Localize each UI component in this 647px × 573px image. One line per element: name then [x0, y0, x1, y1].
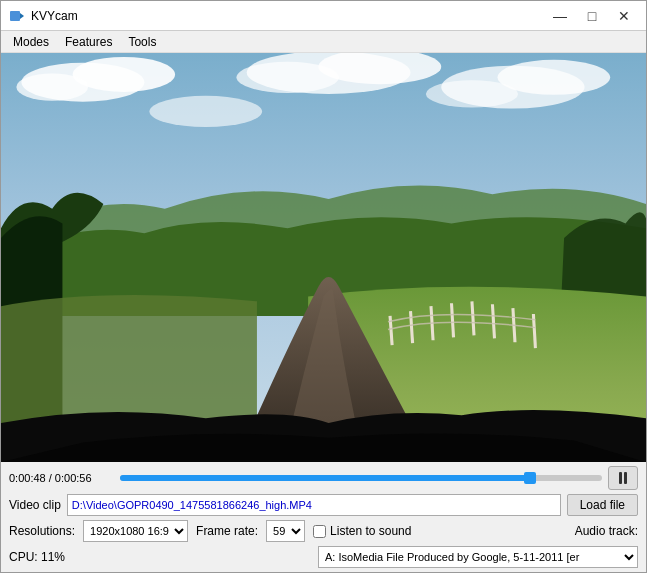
- svg-line-17: [472, 301, 474, 335]
- status-row: CPU: 11% A: IsoMedia File Produced by Go…: [9, 546, 638, 568]
- svg-line-16: [451, 303, 453, 337]
- videoclip-row: Video clip Load file: [9, 494, 638, 516]
- audio-track-label: Audio track:: [575, 524, 638, 538]
- menu-tools[interactable]: Tools: [120, 33, 164, 51]
- pause-bar-left: [619, 472, 622, 484]
- framerate-select[interactable]: 59 30 25 24: [266, 520, 305, 542]
- video-area: [1, 53, 646, 462]
- timeline-thumb[interactable]: [524, 472, 536, 484]
- resolution-label: Resolutions:: [9, 524, 75, 538]
- svg-line-20: [533, 314, 535, 348]
- videoclip-input[interactable]: [67, 494, 561, 516]
- pause-bar-right: [624, 472, 627, 484]
- maximize-button[interactable]: □: [578, 6, 606, 26]
- time-display: 0:00:48 / 0:00:56: [9, 472, 114, 484]
- svg-line-14: [411, 311, 413, 343]
- timeline-track[interactable]: [120, 475, 602, 481]
- load-file-button[interactable]: Load file: [567, 494, 638, 516]
- controls-area: 0:00:48 / 0:00:56 Video clip Load file R…: [1, 462, 646, 572]
- close-button[interactable]: ✕: [610, 6, 638, 26]
- options-row: Resolutions: 1920x1080 16:9 1280x720 16:…: [9, 520, 638, 542]
- svg-line-18: [492, 304, 494, 338]
- svg-line-13: [390, 316, 392, 345]
- menu-features[interactable]: Features: [57, 33, 120, 51]
- listen-sound-checkbox[interactable]: [313, 525, 326, 538]
- pause-icon: [619, 472, 627, 484]
- menu-bar: Modes Features Tools: [1, 31, 646, 53]
- main-window: KVYcam — □ ✕ Modes Features Tools: [0, 0, 647, 573]
- sky-bg: [1, 53, 646, 237]
- cpu-label: CPU: 11%: [9, 550, 79, 564]
- svg-rect-0: [10, 11, 20, 21]
- svg-marker-1: [20, 13, 24, 19]
- listen-sound-label: Listen to sound: [330, 524, 411, 538]
- audio-track-select[interactable]: A: IsoMedia File Produced by Google, 5-1…: [318, 546, 638, 568]
- resolution-select[interactable]: 1920x1080 16:9 1280x720 16:9 640x480 4:3: [83, 520, 188, 542]
- menu-modes[interactable]: Modes: [5, 33, 57, 51]
- svg-line-15: [431, 306, 433, 340]
- videoclip-label: Video clip: [9, 498, 61, 512]
- svg-line-19: [513, 308, 515, 342]
- timeline-progress: [120, 475, 530, 481]
- framerate-label: Frame rate:: [196, 524, 258, 538]
- listen-sound-group: Listen to sound: [313, 524, 411, 538]
- window-controls: — □ ✕: [546, 6, 638, 26]
- timeline-row: 0:00:48 / 0:00:56: [9, 466, 638, 490]
- window-title: KVYcam: [31, 9, 546, 23]
- pause-button[interactable]: [608, 466, 638, 490]
- app-icon: [9, 8, 25, 24]
- minimize-button[interactable]: —: [546, 6, 574, 26]
- video-scene: [1, 53, 646, 462]
- title-bar: KVYcam — □ ✕: [1, 1, 646, 31]
